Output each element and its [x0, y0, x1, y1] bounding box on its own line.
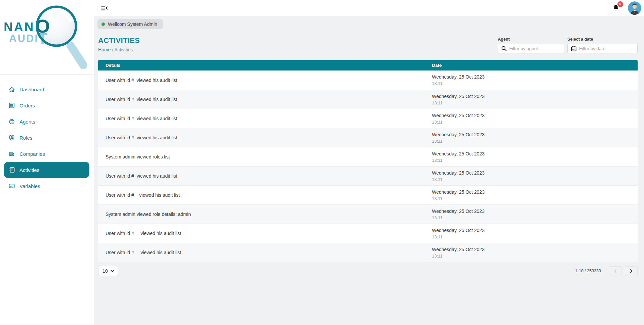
date-filter-label: Select a date: [567, 37, 638, 42]
nano-audit-logo: NAN O AUDI T: [0, 0, 94, 75]
sidebar-item-label: Orders: [19, 103, 35, 108]
row-date: Wednesday, 25 Oct 2023: [432, 247, 638, 252]
row-date: Wednesday, 25 Oct 2023: [432, 208, 638, 214]
filters: Agent Select a date: [498, 37, 638, 53]
pagination-bar: 10 1-10 / 253333: [98, 266, 638, 276]
row-date: Wednesday, 25 Oct 2023: [432, 74, 638, 80]
orders-icon: [8, 102, 15, 109]
row-details: User with id # viewed his audit list: [98, 224, 425, 243]
table-header: Details Date: [98, 60, 638, 71]
breadcrumb: Home / Activities: [98, 47, 140, 52]
row-details: User with id # viewed his audit list: [98, 128, 425, 147]
table-row: User with id # viewed his audit list Wed…: [98, 90, 638, 109]
sidebar-item-label: Variables: [19, 183, 40, 189]
app-window: NAN O AUDI T Dashboard: [0, 0, 644, 325]
row-date-cell: Wednesday, 25 Oct 2023 13:11: [425, 224, 638, 243]
pagination-range: 1-10 / 253333: [575, 269, 601, 273]
table-row: User with id # viewed his audit list Wed…: [98, 185, 638, 204]
row-details: User with id # viewed his audit list: [98, 71, 425, 90]
table-row: User with id # viewed his audit list Wed…: [98, 128, 638, 147]
row-date: Wednesday, 25 Oct 2023: [432, 151, 638, 156]
row-time: 13:11: [432, 158, 638, 163]
menu-open-icon: [100, 4, 108, 12]
row-date-cell: Wednesday, 25 Oct 2023 13:11: [425, 90, 638, 109]
breadcrumb-current: Activities: [114, 47, 133, 52]
row-details: User with id # viewed his audit list: [98, 243, 425, 262]
sidebar-item-roles[interactable]: Roles: [4, 130, 89, 146]
row-date: Wednesday, 25 Oct 2023: [432, 228, 638, 233]
agents-icon: [8, 118, 15, 125]
table-row: User with id # viewed his audit list Wed…: [98, 166, 638, 185]
sidebar-item-label: Activities: [19, 167, 39, 173]
pagination-controls: 1-10 / 253333: [575, 266, 638, 276]
content-area: Wellcom System Admin ACTIVITIES Home / A…: [94, 16, 644, 325]
sidebar-item-orders[interactable]: Orders: [4, 97, 89, 113]
row-date: Wednesday, 25 Oct 2023: [432, 132, 638, 137]
workspace-chip[interactable]: Wellcom System Admin: [97, 19, 163, 29]
breadcrumb-separator: /: [111, 47, 114, 52]
date-filter: Select a date: [567, 37, 638, 53]
next-page-button[interactable]: [625, 266, 638, 276]
svg-text:(x): (x): [10, 185, 13, 188]
row-details: User with id # viewed his audit list: [98, 90, 425, 109]
activities-table: Details Date User with id # viewed his a…: [98, 60, 638, 262]
row-time: 13:11: [432, 120, 638, 125]
table-row: User with id # viewed his audit list Wed…: [98, 109, 638, 128]
page-size-select[interactable]: 10: [98, 266, 118, 276]
row-details: System admin viewed roles list: [98, 147, 425, 166]
row-date-cell: Wednesday, 25 Oct 2023 13:11: [425, 71, 638, 90]
sidebar-item-variables[interactable]: (x) Variables: [4, 178, 89, 194]
row-date: Wednesday, 25 Oct 2023: [432, 170, 638, 176]
table-row: System admin viewed roles list Wednesday…: [98, 147, 638, 166]
row-time: 13:11: [432, 253, 638, 259]
sidebar-item-companies[interactable]: Companies: [4, 146, 89, 162]
sidebar-collapse-button[interactable]: [100, 4, 109, 12]
previous-page-button[interactable]: [609, 266, 622, 276]
main-area: 0 Wellcom System: [94, 0, 644, 325]
home-icon: [8, 86, 15, 93]
sidebar-item-label: Dashboard: [19, 87, 44, 92]
sidebar: NAN O AUDI T Dashboard: [0, 0, 94, 325]
sidebar-item-dashboard[interactable]: Dashboard: [4, 81, 89, 97]
search-icon: [501, 46, 507, 51]
row-date-cell: Wednesday, 25 Oct 2023 13:11: [425, 243, 638, 262]
table-row: User with id # viewed his audit list Wed…: [98, 224, 638, 243]
logo-text-audi: AUDI: [9, 33, 39, 44]
row-date-cell: Wednesday, 25 Oct 2023 13:11: [425, 147, 638, 166]
notifications-button[interactable]: 0: [612, 4, 620, 12]
chevron-left-icon: [613, 269, 617, 273]
row-details: User with id # viewed his audit list: [98, 109, 425, 128]
row-date-cell: Wednesday, 25 Oct 2023 13:11: [425, 205, 638, 224]
row-date-cell: Wednesday, 25 Oct 2023 13:11: [425, 167, 638, 185]
agent-filter: Agent: [498, 37, 564, 53]
row-time: 13:11: [432, 215, 638, 220]
online-status-dot: [102, 22, 105, 26]
row-details: User with id # viewed his audit list: [98, 167, 425, 185]
companies-icon: [8, 150, 15, 157]
page-header: ACTIVITIES Home / Activities Agent: [98, 36, 638, 53]
breadcrumb-home-link[interactable]: Home: [98, 47, 111, 52]
sidebar-item-activities[interactable]: Activities: [4, 162, 89, 178]
sidebar-item-agents[interactable]: Agents: [4, 113, 89, 130]
page-title: ACTIVITIES: [98, 36, 140, 45]
row-date-cell: Wednesday, 25 Oct 2023 13:11: [425, 109, 638, 128]
user-avatar[interactable]: [628, 1, 641, 15]
agent-filter-label: Agent: [498, 37, 564, 42]
date-filter-input[interactable]: [577, 46, 637, 51]
table-body: User with id # viewed his audit list Wed…: [98, 71, 638, 262]
avatar-image: [628, 1, 641, 15]
topbar: 0: [94, 0, 644, 16]
sidebar-item-label: Companies: [19, 151, 45, 157]
column-header-date: Date: [425, 63, 638, 68]
row-time: 13:11: [432, 139, 638, 144]
row-date: Wednesday, 25 Oct 2023: [432, 94, 638, 99]
topbar-actions: 0: [612, 1, 641, 15]
agent-filter-input[interactable]: [507, 46, 564, 51]
date-filter-field: [567, 44, 638, 53]
row-details: User with id # viewed his audit list: [98, 186, 425, 204]
row-details: System admin viewed role details: admin: [98, 205, 425, 224]
nano-audit-logo-graphic: NAN O AUDI T: [0, 0, 91, 73]
agent-filter-field: [498, 44, 564, 53]
row-date: Wednesday, 25 Oct 2023: [432, 189, 638, 195]
sidebar-item-label: Agents: [19, 119, 35, 125]
